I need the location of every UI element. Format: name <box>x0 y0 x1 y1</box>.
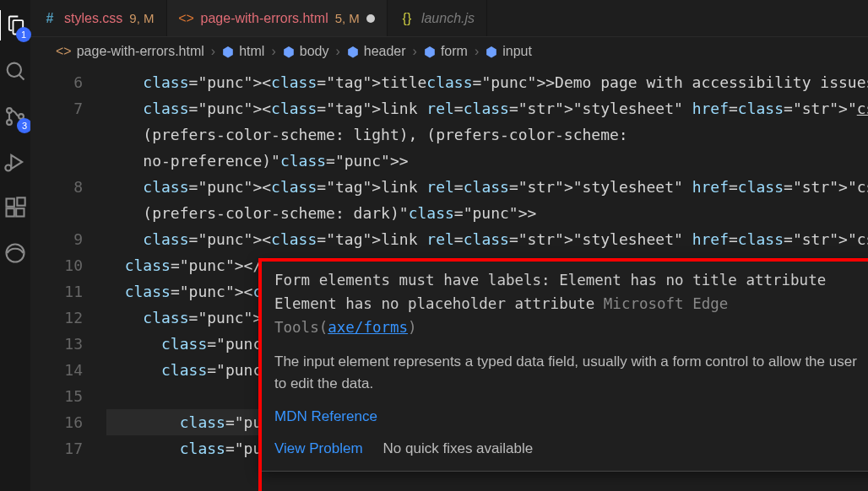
dirty-indicator-icon <box>366 14 375 23</box>
svg-point-2 <box>7 108 12 113</box>
svg-point-0 <box>8 63 21 77</box>
run-debug-icon[interactable] <box>0 147 30 177</box>
tab-problems-badge: 9, M <box>129 11 154 25</box>
html-file-icon: <> <box>179 11 194 26</box>
html-file-icon: <> <box>56 44 72 59</box>
svg-point-10 <box>7 245 24 262</box>
breadcrumb-label: html <box>239 44 264 59</box>
search-icon[interactable] <box>0 56 30 86</box>
problem-rule-link[interactable]: axe/forms <box>328 319 408 336</box>
edge-tools-icon[interactable] <box>0 238 30 268</box>
chevron-right-icon: › <box>335 44 339 59</box>
symbol-icon: ⬢ <box>347 44 359 60</box>
breadcrumb-html[interactable]: ⬢ html <box>222 44 264 60</box>
explorer-badge: 1 <box>16 27 31 42</box>
breadcrumb-label: form <box>441 44 468 59</box>
tab-label: page-with-errors.html <box>201 11 328 26</box>
breadcrumb-form[interactable]: ⬢ form <box>424 44 468 60</box>
breadcrumb-label: input <box>502 44 532 59</box>
svg-point-5 <box>5 165 11 171</box>
svg-rect-7 <box>7 208 14 216</box>
breadcrumb-label: body <box>300 44 329 59</box>
breadcrumb-label: header <box>364 44 406 59</box>
tab-label: launch.js <box>421 11 475 26</box>
explorer-icon[interactable]: 1 <box>0 10 30 40</box>
symbol-icon: ⬢ <box>424 44 436 60</box>
breadcrumb-label: page-with-errors.html <box>77 44 204 59</box>
tab-bar: # styles.css 9, M <> page-with-errors.ht… <box>30 0 868 37</box>
svg-rect-9 <box>17 197 24 205</box>
breadcrumb[interactable]: <> page-with-errors.html › ⬢ html › ⬢ bo… <box>30 37 868 66</box>
problem-text: Form elements must have labels: Element … <box>274 272 826 312</box>
view-problem-link[interactable]: View Problem <box>274 437 363 461</box>
chevron-right-icon: › <box>475 44 479 59</box>
symbol-icon: ⬢ <box>283 44 295 60</box>
tab-label: styles.css <box>64 11 122 26</box>
tab-page-with-errors[interactable]: <> page-with-errors.html 5, M <box>167 0 388 36</box>
no-quickfix-label: No quick fixes available <box>383 437 534 461</box>
mdn-reference-link[interactable]: MDN Reference <box>274 402 868 432</box>
source-control-icon[interactable]: 3 <box>0 101 30 132</box>
problem-message: Form elements must have labels: Element … <box>274 268 868 339</box>
hover-actions: View Problem No quick fixes available <box>274 432 868 461</box>
code-editor[interactable]: 67891011121314151617 class="punc"><class… <box>30 66 868 491</box>
hover-popup: Form elements must have labels: Element … <box>260 259 868 472</box>
tab-styles-css[interactable]: # styles.css 9, M <box>30 0 167 36</box>
json-file-icon: {} <box>399 11 415 26</box>
css-file-icon: # <box>42 11 57 26</box>
symbol-icon: ⬢ <box>486 44 497 60</box>
chevron-right-icon: › <box>271 44 275 59</box>
editor-group: # styles.css 9, M <> page-with-errors.ht… <box>30 0 868 491</box>
breadcrumb-file[interactable]: <> page-with-errors.html <box>56 44 204 59</box>
breadcrumb-input[interactable]: ⬢ input <box>486 44 532 60</box>
chevron-right-icon: › <box>413 44 417 59</box>
breadcrumb-header[interactable]: ⬢ header <box>347 44 406 60</box>
extensions-icon[interactable] <box>0 192 30 223</box>
svg-line-1 <box>19 75 24 80</box>
tab-problems-badge: 5, M <box>335 11 360 25</box>
element-description: The input element represents a typed dat… <box>274 344 868 402</box>
svg-rect-8 <box>16 208 24 216</box>
activity-bar: 1 3 <box>0 0 30 491</box>
chevron-right-icon: › <box>211 44 215 59</box>
line-number-gutter: 67891011121314151617 <box>30 66 106 491</box>
svg-rect-6 <box>7 199 14 207</box>
tab-launch-js[interactable]: {} launch.js <box>388 0 487 36</box>
svg-point-3 <box>7 120 12 125</box>
symbol-icon: ⬢ <box>222 44 234 60</box>
breadcrumb-body[interactable]: ⬢ body <box>283 44 329 60</box>
